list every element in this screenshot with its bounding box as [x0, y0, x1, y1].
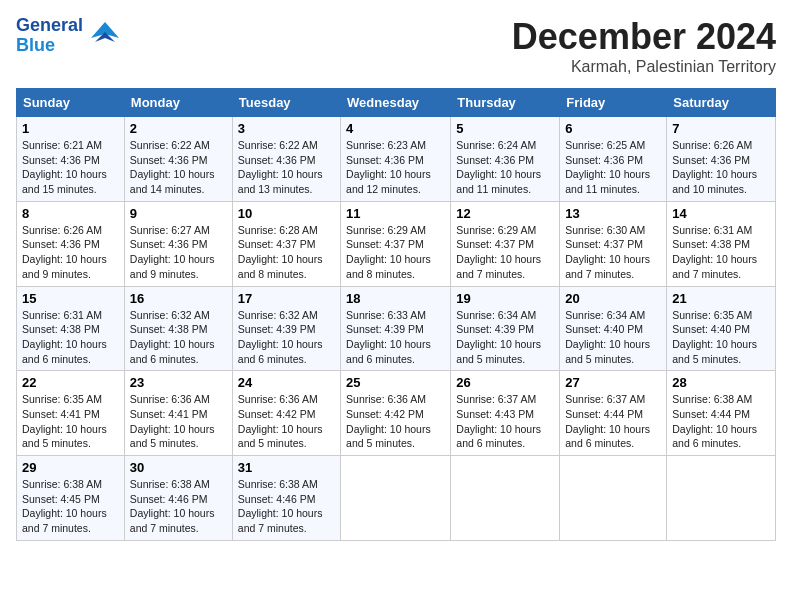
day-info: Sunrise: 6:34 AMSunset: 4:40 PMDaylight:… [565, 308, 661, 367]
week-row-2: 8Sunrise: 6:26 AMSunset: 4:36 PMDaylight… [17, 201, 776, 286]
day-info: Sunrise: 6:26 AMSunset: 4:36 PMDaylight:… [672, 138, 770, 197]
week-row-3: 15Sunrise: 6:31 AMSunset: 4:38 PMDayligh… [17, 286, 776, 371]
calendar-cell: 27Sunrise: 6:37 AMSunset: 4:44 PMDayligh… [560, 371, 667, 456]
day-number: 1 [22, 121, 119, 136]
logo: General Blue [16, 16, 123, 56]
day-number: 6 [565, 121, 661, 136]
day-info: Sunrise: 6:31 AMSunset: 4:38 PMDaylight:… [672, 223, 770, 282]
day-info: Sunrise: 6:28 AMSunset: 4:37 PMDaylight:… [238, 223, 335, 282]
day-number: 22 [22, 375, 119, 390]
calendar-table: SundayMondayTuesdayWednesdayThursdayFrid… [16, 88, 776, 541]
day-number: 18 [346, 291, 445, 306]
calendar-cell: 24Sunrise: 6:36 AMSunset: 4:42 PMDayligh… [232, 371, 340, 456]
calendar-cell: 15Sunrise: 6:31 AMSunset: 4:38 PMDayligh… [17, 286, 125, 371]
calendar-cell: 28Sunrise: 6:38 AMSunset: 4:44 PMDayligh… [667, 371, 776, 456]
day-number: 3 [238, 121, 335, 136]
col-header-monday: Monday [124, 89, 232, 117]
calendar-cell: 21Sunrise: 6:35 AMSunset: 4:40 PMDayligh… [667, 286, 776, 371]
day-number: 28 [672, 375, 770, 390]
day-info: Sunrise: 6:27 AMSunset: 4:36 PMDaylight:… [130, 223, 227, 282]
calendar-cell: 26Sunrise: 6:37 AMSunset: 4:43 PMDayligh… [451, 371, 560, 456]
day-number: 16 [130, 291, 227, 306]
calendar-cell [667, 456, 776, 541]
week-row-4: 22Sunrise: 6:35 AMSunset: 4:41 PMDayligh… [17, 371, 776, 456]
day-info: Sunrise: 6:30 AMSunset: 4:37 PMDaylight:… [565, 223, 661, 282]
calendar-cell: 29Sunrise: 6:38 AMSunset: 4:45 PMDayligh… [17, 456, 125, 541]
calendar-cell: 16Sunrise: 6:32 AMSunset: 4:38 PMDayligh… [124, 286, 232, 371]
calendar-cell: 9Sunrise: 6:27 AMSunset: 4:36 PMDaylight… [124, 201, 232, 286]
calendar-cell: 14Sunrise: 6:31 AMSunset: 4:38 PMDayligh… [667, 201, 776, 286]
calendar-cell: 10Sunrise: 6:28 AMSunset: 4:37 PMDayligh… [232, 201, 340, 286]
week-row-5: 29Sunrise: 6:38 AMSunset: 4:45 PMDayligh… [17, 456, 776, 541]
col-header-wednesday: Wednesday [341, 89, 451, 117]
header-row: SundayMondayTuesdayWednesdayThursdayFrid… [17, 89, 776, 117]
calendar-cell: 3Sunrise: 6:22 AMSunset: 4:36 PMDaylight… [232, 117, 340, 202]
calendar-cell: 7Sunrise: 6:26 AMSunset: 4:36 PMDaylight… [667, 117, 776, 202]
day-number: 19 [456, 291, 554, 306]
logo-line2: Blue [16, 36, 83, 56]
day-info: Sunrise: 6:22 AMSunset: 4:36 PMDaylight:… [238, 138, 335, 197]
calendar-cell: 19Sunrise: 6:34 AMSunset: 4:39 PMDayligh… [451, 286, 560, 371]
col-header-saturday: Saturday [667, 89, 776, 117]
calendar-cell: 2Sunrise: 6:22 AMSunset: 4:36 PMDaylight… [124, 117, 232, 202]
calendar-cell: 17Sunrise: 6:32 AMSunset: 4:39 PMDayligh… [232, 286, 340, 371]
calendar-cell: 31Sunrise: 6:38 AMSunset: 4:46 PMDayligh… [232, 456, 340, 541]
day-number: 25 [346, 375, 445, 390]
day-number: 31 [238, 460, 335, 475]
day-info: Sunrise: 6:32 AMSunset: 4:39 PMDaylight:… [238, 308, 335, 367]
day-info: Sunrise: 6:29 AMSunset: 4:37 PMDaylight:… [456, 223, 554, 282]
day-number: 21 [672, 291, 770, 306]
day-number: 15 [22, 291, 119, 306]
calendar-cell: 20Sunrise: 6:34 AMSunset: 4:40 PMDayligh… [560, 286, 667, 371]
calendar-cell: 12Sunrise: 6:29 AMSunset: 4:37 PMDayligh… [451, 201, 560, 286]
day-number: 5 [456, 121, 554, 136]
calendar-cell: 1Sunrise: 6:21 AMSunset: 4:36 PMDaylight… [17, 117, 125, 202]
day-info: Sunrise: 6:38 AMSunset: 4:44 PMDaylight:… [672, 392, 770, 451]
day-number: 10 [238, 206, 335, 221]
day-info: Sunrise: 6:22 AMSunset: 4:36 PMDaylight:… [130, 138, 227, 197]
col-header-thursday: Thursday [451, 89, 560, 117]
day-info: Sunrise: 6:38 AMSunset: 4:46 PMDaylight:… [130, 477, 227, 536]
col-header-friday: Friday [560, 89, 667, 117]
calendar-cell: 11Sunrise: 6:29 AMSunset: 4:37 PMDayligh… [341, 201, 451, 286]
day-info: Sunrise: 6:31 AMSunset: 4:38 PMDaylight:… [22, 308, 119, 367]
day-info: Sunrise: 6:33 AMSunset: 4:39 PMDaylight:… [346, 308, 445, 367]
day-info: Sunrise: 6:24 AMSunset: 4:36 PMDaylight:… [456, 138, 554, 197]
week-row-1: 1Sunrise: 6:21 AMSunset: 4:36 PMDaylight… [17, 117, 776, 202]
calendar-cell [341, 456, 451, 541]
day-info: Sunrise: 6:25 AMSunset: 4:36 PMDaylight:… [565, 138, 661, 197]
day-info: Sunrise: 6:35 AMSunset: 4:40 PMDaylight:… [672, 308, 770, 367]
calendar-cell: 6Sunrise: 6:25 AMSunset: 4:36 PMDaylight… [560, 117, 667, 202]
col-header-sunday: Sunday [17, 89, 125, 117]
day-number: 20 [565, 291, 661, 306]
month-title: December 2024 [512, 16, 776, 58]
day-number: 23 [130, 375, 227, 390]
day-number: 4 [346, 121, 445, 136]
col-header-tuesday: Tuesday [232, 89, 340, 117]
calendar-cell [451, 456, 560, 541]
day-number: 29 [22, 460, 119, 475]
calendar-cell: 30Sunrise: 6:38 AMSunset: 4:46 PMDayligh… [124, 456, 232, 541]
day-number: 27 [565, 375, 661, 390]
day-number: 2 [130, 121, 227, 136]
day-number: 12 [456, 206, 554, 221]
day-number: 8 [22, 206, 119, 221]
day-info: Sunrise: 6:26 AMSunset: 4:36 PMDaylight:… [22, 223, 119, 282]
day-info: Sunrise: 6:34 AMSunset: 4:39 PMDaylight:… [456, 308, 554, 367]
subtitle: Karmah, Palestinian Territory [512, 58, 776, 76]
calendar-cell: 18Sunrise: 6:33 AMSunset: 4:39 PMDayligh… [341, 286, 451, 371]
day-info: Sunrise: 6:38 AMSunset: 4:46 PMDaylight:… [238, 477, 335, 536]
day-info: Sunrise: 6:36 AMSunset: 4:41 PMDaylight:… [130, 392, 227, 451]
day-number: 9 [130, 206, 227, 221]
title-area: December 2024 Karmah, Palestinian Territ… [512, 16, 776, 76]
day-number: 24 [238, 375, 335, 390]
day-number: 17 [238, 291, 335, 306]
day-info: Sunrise: 6:36 AMSunset: 4:42 PMDaylight:… [238, 392, 335, 451]
logo-line1: General [16, 16, 83, 36]
day-number: 7 [672, 121, 770, 136]
calendar-cell: 13Sunrise: 6:30 AMSunset: 4:37 PMDayligh… [560, 201, 667, 286]
day-number: 14 [672, 206, 770, 221]
calendar-cell: 22Sunrise: 6:35 AMSunset: 4:41 PMDayligh… [17, 371, 125, 456]
calendar-cell [560, 456, 667, 541]
header: General Blue December 2024 Karmah, Pales… [16, 16, 776, 76]
